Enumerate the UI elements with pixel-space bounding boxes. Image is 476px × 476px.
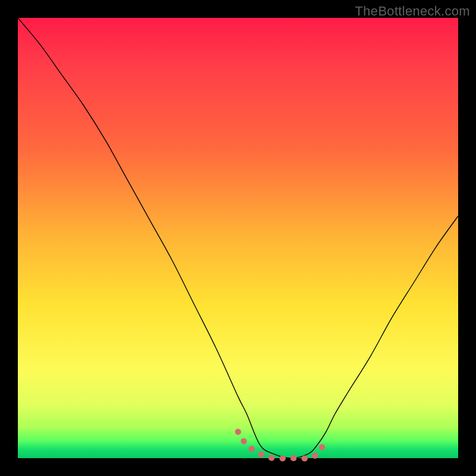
baseline-dotted (238, 432, 326, 459)
stage: TheBottleneck.com (0, 0, 476, 476)
watermark-text: TheBottleneck.com (355, 4, 470, 19)
bottleneck-curve (18, 18, 458, 458)
plot-area (18, 18, 458, 458)
plot-svg (18, 18, 458, 458)
